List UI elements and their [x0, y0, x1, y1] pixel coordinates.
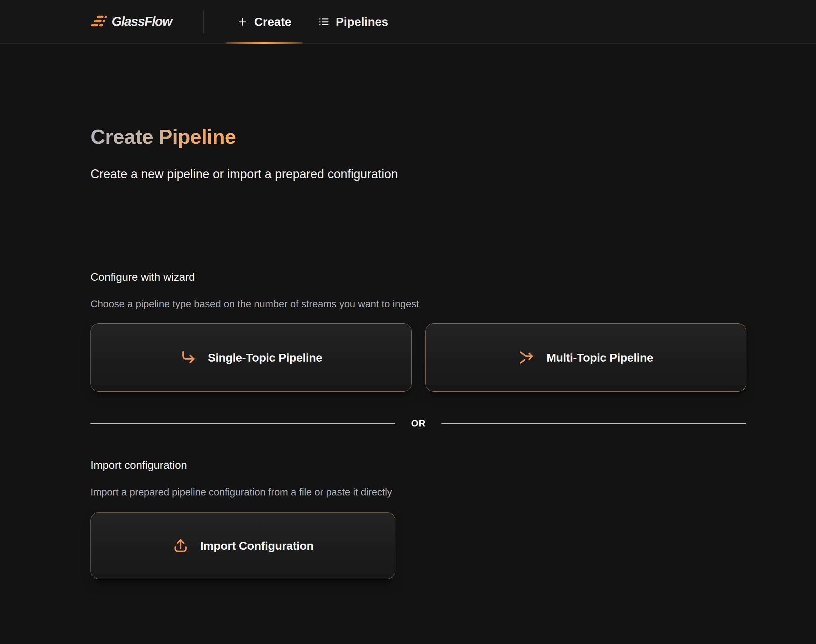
divider-line-right	[441, 423, 746, 424]
tab-create[interactable]: Create	[226, 0, 303, 43]
list-icon	[318, 16, 330, 28]
upload-icon	[172, 537, 189, 554]
wizard-description: Choose a pipeline type based on the numb…	[90, 299, 746, 310]
multi-topic-pipeline-label: Multi-Topic Pipeline	[546, 351, 653, 364]
import-heading: Import configuration	[90, 459, 746, 472]
wizard-section: Configure with wizard Choose a pipeline …	[90, 271, 746, 392]
divider-line-left	[90, 423, 395, 424]
or-divider: OR	[90, 418, 746, 429]
main-content: Create Pipeline Create a new pipeline or…	[0, 125, 816, 579]
import-description: Import a prepared pipeline configuration…	[90, 487, 746, 498]
plus-icon	[237, 16, 248, 28]
page-title-accent: Pipeline	[159, 125, 236, 148]
glassflow-logo-icon	[90, 15, 107, 29]
brand-name: GlassFlow	[112, 14, 172, 29]
tab-pipelines-label: Pipelines	[336, 15, 389, 29]
nav-tabs: Create Pipelines	[226, 0, 400, 43]
pipeline-type-options: Single-Topic Pipeline Multi-Topic Pipeli…	[90, 324, 746, 392]
single-topic-pipeline-button[interactable]: Single-Topic Pipeline	[90, 324, 412, 392]
page-title-primary: Create	[90, 125, 153, 148]
single-topic-pipeline-label: Single-Topic Pipeline	[208, 351, 322, 364]
merge-icon	[518, 349, 535, 366]
navbar-divider	[204, 9, 204, 34]
tab-pipelines[interactable]: Pipelines	[307, 0, 400, 43]
navbar: GlassFlow Create Pipelines	[0, 0, 816, 44]
import-section: Import configuration Import a prepared p…	[90, 459, 746, 579]
brand[interactable]: GlassFlow	[90, 0, 172, 43]
page-subtitle: Create a new pipeline or import a prepar…	[90, 167, 746, 181]
multi-topic-pipeline-button[interactable]: Multi-Topic Pipeline	[426, 324, 747, 392]
wizard-heading: Configure with wizard	[90, 271, 746, 284]
import-configuration-label: Import Configuration	[200, 539, 314, 552]
page-title: Create Pipeline	[90, 125, 746, 149]
or-divider-label: OR	[411, 418, 426, 429]
corner-down-right-icon	[180, 349, 197, 366]
tab-create-label: Create	[254, 15, 292, 29]
import-configuration-button[interactable]: Import Configuration	[90, 512, 395, 579]
